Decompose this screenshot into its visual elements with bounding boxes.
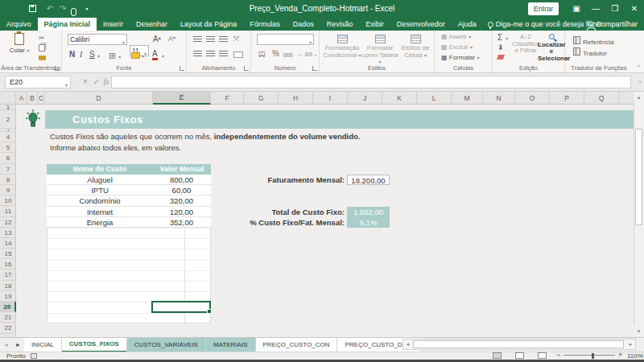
shrink-font-icon[interactable]: A▾ xyxy=(168,35,175,43)
percent-style-icon[interactable]: % xyxy=(272,50,279,58)
font-name-combo[interactable]: Calibri▾ xyxy=(68,34,127,45)
row-header[interactable]: 21 xyxy=(0,312,16,323)
page-break-view-icon[interactable] xyxy=(538,352,547,359)
table-row[interactable]: Aluguel 800,00 xyxy=(47,175,211,185)
alignment-dialog-launcher[interactable] xyxy=(244,66,249,71)
column-header-j[interactable]: J xyxy=(348,92,382,105)
sheet-grid[interactable]: Custos Fixos Custos Fixos são aqueles qu… xyxy=(16,105,634,337)
borders-icon[interactable]: ⊞ ▾ xyxy=(109,51,121,61)
clipboard-dialog-launcher[interactable] xyxy=(55,66,60,71)
italic-button[interactable]: I xyxy=(80,50,82,59)
column-header-f[interactable]: F xyxy=(211,92,244,105)
table-row[interactable]: Condomínio 320,00 xyxy=(47,195,211,206)
tab-dados[interactable]: Dados xyxy=(287,18,320,31)
row-header[interactable]: 22 xyxy=(0,323,16,333)
fill-icon[interactable]: ⬇ xyxy=(497,43,504,51)
autosum-icon[interactable]: Σ xyxy=(497,33,502,42)
number-dialog-launcher[interactable] xyxy=(312,66,317,71)
sheet-tab-inicial[interactable]: INICIAL xyxy=(24,338,62,352)
row-header[interactable]: 12 xyxy=(0,217,16,228)
sheet-tab-custos-fixos[interactable]: CUSTOS_FIXOS xyxy=(62,338,127,352)
expand-formula-bar-icon[interactable]: ˅ xyxy=(638,80,642,84)
font-color-dropdown-icon[interactable]: ▾ xyxy=(162,53,164,59)
column-header-d[interactable]: D xyxy=(45,92,153,105)
column-header-q[interactable]: Q xyxy=(584,92,619,105)
cut-icon[interactable]: ✂ xyxy=(39,34,45,42)
cell-styles-button[interactable]: Estilos de Célula ▾ xyxy=(398,35,432,59)
sort-filter-button[interactable]: A↓Z Classificar e Filtrar xyxy=(512,34,539,55)
format-cells-button[interactable]: ▦ Formatar ▾ xyxy=(441,55,479,62)
align-bottom-icon[interactable] xyxy=(219,36,228,43)
column-header-i[interactable]: I xyxy=(313,92,348,105)
vertical-scrollbar-thumb[interactable] xyxy=(635,129,642,225)
fill-color-icon[interactable] xyxy=(131,52,140,59)
minimize-button[interactable]: — xyxy=(586,0,605,18)
merge-center-icon[interactable] xyxy=(233,51,243,58)
sheet-tab-custos-variaveis[interactable]: CUSTOS_VARIÁVEIS xyxy=(127,338,206,352)
clear-icon[interactable] xyxy=(497,55,505,60)
sheet-nav-left-icon[interactable]: ◄ xyxy=(0,338,12,352)
tab-layout-da-pagina[interactable]: Layout da Página xyxy=(174,18,243,31)
zoom-out-icon[interactable]: − xyxy=(556,351,560,359)
scroll-down-icon[interactable]: ▼ xyxy=(634,326,644,337)
column-header-e[interactable]: E xyxy=(153,92,211,105)
insert-cells-button[interactable]: ▦ Inserir ▾ xyxy=(441,34,471,41)
underline-dropdown-icon[interactable]: ▾ xyxy=(97,53,100,59)
zoom-level[interactable]: 110% xyxy=(627,352,643,360)
faturamento-value-cell[interactable]: 18.200,00 xyxy=(347,175,390,185)
orientation-icon[interactable]: ⤧ xyxy=(233,35,239,43)
horizontal-scrollbar-thumb[interactable] xyxy=(413,340,624,348)
sheet-tab-preco-custo-con[interactable]: PREÇO_CUSTO_CON xyxy=(256,338,338,352)
name-box[interactable]: E20▾ xyxy=(5,76,71,88)
reference-button[interactable]: Referência xyxy=(573,36,614,47)
normal-view-icon[interactable] xyxy=(493,352,502,359)
tab-inserir[interactable]: Inserir xyxy=(97,18,130,31)
decrease-decimal-icon[interactable]: .0→ xyxy=(308,51,318,59)
bold-button[interactable]: N xyxy=(69,50,75,59)
column-header-o[interactable]: O xyxy=(515,92,550,105)
column-header-n[interactable]: N xyxy=(483,92,515,105)
selected-cell-e20[interactable] xyxy=(151,301,211,313)
conditional-formatting-button[interactable]: Formatação Condicional ▾ xyxy=(323,35,361,59)
scroll-up-icon[interactable]: ▲ xyxy=(634,92,644,103)
row-header[interactable]: 16 xyxy=(0,259,16,269)
row-header[interactable]: 7 xyxy=(0,164,16,175)
column-header-c[interactable]: C xyxy=(38,92,45,105)
align-right-icon[interactable] xyxy=(219,51,228,57)
comma-style-icon[interactable]: 000 xyxy=(283,51,293,60)
collapse-ribbon-icon[interactable]: ⌃ xyxy=(636,64,641,71)
tab-arquivo[interactable]: Arquivo xyxy=(0,18,38,31)
restore-button[interactable]: ❒ xyxy=(605,0,625,18)
paste-button[interactable]: Colar ▾ xyxy=(6,33,32,54)
sheet-nav-right-icon[interactable]: ► xyxy=(12,338,24,352)
format-painter-icon[interactable] xyxy=(39,56,46,60)
font-dialog-launcher[interactable] xyxy=(180,66,184,71)
delete-cells-button[interactable]: ▦ Excluir ▾ xyxy=(441,44,473,51)
grow-font-icon[interactable]: A▴ xyxy=(153,35,161,43)
row-header[interactable]: 15 xyxy=(0,249,16,259)
tab-ajuda[interactable]: Ajuda xyxy=(452,18,483,31)
sign-in-button[interactable]: Entrar xyxy=(528,2,559,15)
column-header-h[interactable]: H xyxy=(279,92,313,105)
font-color-icon[interactable]: A xyxy=(152,50,158,60)
accounting-format-icon[interactable]: 🕮 xyxy=(258,50,266,58)
autosum-dropdown-icon[interactable]: ▾ xyxy=(506,35,508,41)
row-header[interactable]: 18 xyxy=(0,281,16,291)
row-header[interactable]: 1 xyxy=(0,105,16,110)
align-top-icon[interactable] xyxy=(193,36,202,43)
formula-input[interactable] xyxy=(111,76,631,88)
fill-color-dropdown-icon[interactable]: ▾ xyxy=(142,53,144,59)
row-header-20-selected[interactable]: 20 xyxy=(0,302,16,312)
tab-pagina-inicial[interactable]: Página Inicial xyxy=(38,18,97,31)
format-as-table-button[interactable]: Formatar como Tabela ▾ xyxy=(361,35,398,66)
tab-formulas[interactable]: Fórmulas xyxy=(243,18,287,31)
column-header-g[interactable]: G xyxy=(244,92,279,105)
row-header[interactable]: 10 xyxy=(0,195,16,206)
row-header[interactable]: 2 xyxy=(0,110,16,129)
hscroll-left-icon[interactable]: ◄ xyxy=(403,340,412,348)
macro-record-icon[interactable] xyxy=(31,353,37,359)
column-header-l[interactable]: L xyxy=(417,92,452,105)
sheet-tab-materiais[interactable]: MATERIAIS xyxy=(206,338,256,352)
hscroll-right-icon[interactable]: ► xyxy=(626,340,635,348)
zoom-slider[interactable] xyxy=(564,355,615,356)
